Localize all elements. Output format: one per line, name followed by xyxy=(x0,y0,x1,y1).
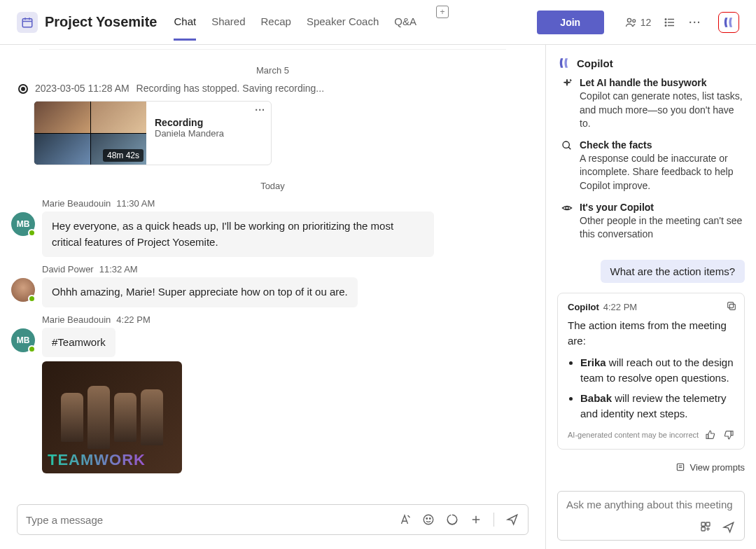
recording-more-icon[interactable]: ··· xyxy=(255,104,265,116)
presence-badge xyxy=(28,295,36,303)
copilot-title: Copilot xyxy=(577,57,613,69)
tab-bar: Chat Shared Recap Speaker Coach Q&A + xyxy=(174,4,449,41)
svg-point-11 xyxy=(666,25,667,26)
more-icon[interactable]: ··· xyxy=(689,17,701,28)
ai-disclaimer: AI-generated content may be incorrect xyxy=(568,431,699,439)
recording-author: Daniela Mandera xyxy=(155,128,262,139)
eye-icon xyxy=(561,202,573,242)
compose-box[interactable] xyxy=(17,504,528,535)
message-input[interactable] xyxy=(26,514,398,526)
svg-rect-24 xyxy=(731,431,733,435)
svg-rect-23 xyxy=(706,434,708,438)
svg-line-19 xyxy=(568,147,570,149)
message-author: David Power xyxy=(42,264,94,274)
action-item: Babak will review the telemetry and iden… xyxy=(580,391,734,422)
copilot-panel: Copilot Let AI handle the busyworkCopilo… xyxy=(546,45,756,549)
message-author: Marie Beaudouin xyxy=(42,314,111,325)
system-message: 2023-03-05 11:28 AM Recording has stoppe… xyxy=(18,83,534,94)
tab-speaker-coach[interactable]: Speaker Coach xyxy=(307,15,379,41)
thumbs-up-icon[interactable] xyxy=(705,429,716,440)
emoji-icon[interactable] xyxy=(422,513,435,526)
list-icon[interactable] xyxy=(664,16,676,29)
svg-point-9 xyxy=(666,18,667,20)
date-separator: March 5 xyxy=(11,65,534,76)
tab-shared[interactable]: Shared xyxy=(211,15,245,41)
search-icon xyxy=(561,140,573,193)
message-row: MB Marie Beaudouin4:22 PM #Teamwork TEAM… xyxy=(11,314,534,474)
svg-point-14 xyxy=(430,518,431,520)
top-bar: Project Yosemite Chat Shared Recap Speak… xyxy=(0,0,756,45)
message-time: 11:32 AM xyxy=(99,264,138,274)
participants-button[interactable]: 12 xyxy=(625,16,652,29)
thumbs-down-icon[interactable] xyxy=(723,429,734,440)
svg-rect-25 xyxy=(678,464,684,471)
message-bubble: Ohhh amazing, Marie! Super appreciate ho… xyxy=(42,277,358,307)
svg-rect-21 xyxy=(729,304,735,310)
presence-badge xyxy=(28,345,36,353)
chat-column: March 5 2023-03-05 11:28 AM Recording ha… xyxy=(0,45,546,549)
message-row: MB Marie Beaudouin11:30 AM Hey everyone,… xyxy=(11,198,534,257)
recording-duration: 48m 42s xyxy=(103,149,144,162)
copilot-toggle-button[interactable] xyxy=(718,12,739,33)
system-timestamp: 2023-03-05 11:28 AM xyxy=(35,83,130,94)
prompts-grid-icon[interactable] xyxy=(699,520,712,534)
tab-chat[interactable]: Chat xyxy=(174,15,196,41)
add-tab-button[interactable]: + xyxy=(436,6,449,18)
page-title: Project Yosemite xyxy=(45,14,157,30)
svg-point-13 xyxy=(426,518,428,520)
add-icon[interactable] xyxy=(470,513,482,526)
response-intro: The action items from the meeting are: xyxy=(568,318,734,349)
tip-item: It's your CopilotOther people in the mee… xyxy=(561,202,745,242)
view-prompts-button[interactable]: View prompts xyxy=(676,462,745,473)
svg-point-20 xyxy=(566,207,568,209)
copy-icon[interactable] xyxy=(726,300,737,312)
svg-point-4 xyxy=(627,18,631,22)
avatar[interactable] xyxy=(11,278,35,302)
calendar-icon[interactable] xyxy=(17,12,38,33)
recording-title: Recording xyxy=(155,117,262,128)
svg-point-10 xyxy=(666,22,667,23)
send-icon[interactable] xyxy=(505,513,519,527)
tip-item: Check the factsA response could be inacc… xyxy=(561,139,745,193)
copilot-logo-icon xyxy=(557,56,571,70)
send-icon[interactable] xyxy=(722,520,736,534)
join-button[interactable]: Join xyxy=(537,11,604,34)
loop-icon[interactable] xyxy=(446,513,458,526)
copilot-input[interactable] xyxy=(566,499,736,510)
tab-recap[interactable]: Recap xyxy=(261,15,291,41)
presence-badge xyxy=(28,229,36,237)
tip-item: Let AI handle the busyworkCopilot can ge… xyxy=(561,77,745,131)
avatar[interactable]: MB xyxy=(11,328,35,352)
svg-rect-28 xyxy=(701,522,705,526)
header-actions: 12 ··· xyxy=(625,12,739,33)
svg-rect-29 xyxy=(706,522,710,526)
svg-rect-0 xyxy=(22,18,32,27)
message-author: Marie Beaudouin xyxy=(42,198,111,209)
date-separator: Today xyxy=(11,181,534,191)
sparkle-icon xyxy=(561,78,573,131)
action-item: Erika will reach out to the design team … xyxy=(580,355,734,387)
copilot-response-card: Copilot4:22 PM The action items from the… xyxy=(557,293,745,450)
participants-count: 12 xyxy=(640,17,652,28)
message-time: 11:30 AM xyxy=(116,198,155,209)
svg-rect-30 xyxy=(701,527,705,531)
recording-card[interactable]: 48m 42s ··· Recording Daniela Mandera xyxy=(34,101,272,165)
avatar[interactable]: MB xyxy=(11,212,35,236)
message-bubble: #Teamwork xyxy=(42,328,115,358)
format-icon[interactable] xyxy=(398,513,411,526)
svg-point-12 xyxy=(424,515,433,524)
recording-thumbnail: 48m 42s xyxy=(34,102,146,165)
svg-point-5 xyxy=(633,19,636,22)
message-time: 4:22 PM xyxy=(116,314,150,325)
user-prompt-bubble: What are the action items? xyxy=(601,260,745,283)
svg-rect-22 xyxy=(728,302,734,307)
system-text: Recording has stopped. Saving recording.… xyxy=(136,83,325,94)
copilot-compose-box[interactable] xyxy=(557,491,745,541)
message-row: David Power11:32 AM Ohhh amazing, Marie!… xyxy=(11,264,534,307)
tab-qa[interactable]: Q&A xyxy=(394,15,416,41)
record-stop-icon xyxy=(18,84,28,94)
copilot-tips: Let AI handle the busyworkCopilot can ge… xyxy=(557,77,745,250)
gif-attachment[interactable]: TEAMWORK xyxy=(42,361,182,473)
svg-point-18 xyxy=(563,141,569,148)
message-bubble: Hey everyone, as a quick heads up, I'll … xyxy=(42,211,434,257)
